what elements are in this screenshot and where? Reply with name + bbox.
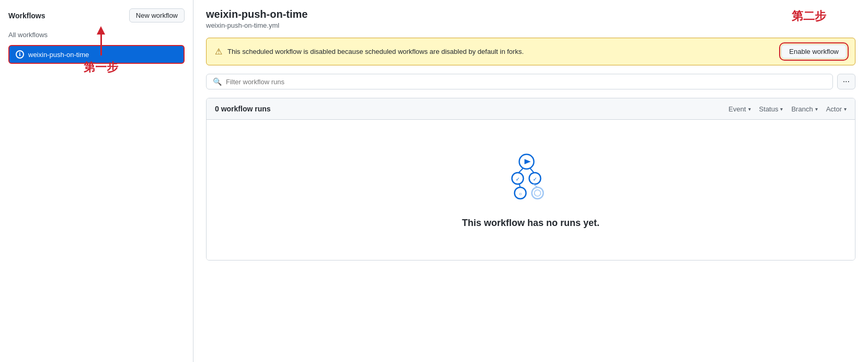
workflow-name: weixin-push-on-time bbox=[206, 8, 855, 20]
enable-workflow-button[interactable]: Enable workflow bbox=[781, 44, 847, 59]
empty-state: ✓ ✓ ○ This workflow ha bbox=[207, 120, 855, 260]
info-icon bbox=[16, 50, 24, 59]
actor-filter-button[interactable]: Actor ▾ bbox=[826, 105, 847, 113]
runs-header: 0 workflow runs Event ▾ Status ▾ Branch … bbox=[207, 98, 855, 120]
svg-point-8 bbox=[532, 187, 543, 199]
event-filter-label: Event bbox=[728, 105, 746, 113]
workflow-header: weixin-push-on-time weixin-push-on-time.… bbox=[206, 8, 855, 29]
workflow-file: weixin-push-on-time.yml bbox=[206, 21, 855, 29]
arrow-up-icon bbox=[97, 26, 105, 35]
step2-annotation: 第二步 bbox=[792, 8, 826, 24]
actor-filter-label: Actor bbox=[826, 105, 842, 113]
main-content: 第二步 weixin-push-on-time weixin-push-on-t… bbox=[193, 0, 868, 362]
workflow-svg-illustration: ✓ ✓ ○ bbox=[505, 151, 557, 203]
warning-icon: ⚠ bbox=[215, 47, 222, 56]
empty-state-text: This workflow has no runs yet. bbox=[462, 218, 599, 229]
search-input[interactable] bbox=[226, 78, 826, 86]
branch-chevron-icon: ▾ bbox=[815, 106, 818, 112]
svg-text:○: ○ bbox=[519, 191, 522, 197]
svg-line-11 bbox=[530, 168, 534, 173]
warning-banner: ⚠ This scheduled workflow is disabled be… bbox=[206, 38, 855, 65]
svg-line-10 bbox=[519, 168, 523, 173]
runs-filters: Event ▾ Status ▾ Branch ▾ Actor ▾ bbox=[728, 105, 847, 113]
runs-count: 0 workflow runs bbox=[215, 105, 271, 113]
search-bar: 🔍 ··· bbox=[206, 74, 855, 89]
warning-message: This scheduled workflow is disabled beca… bbox=[227, 48, 524, 55]
more-options-button[interactable]: ··· bbox=[837, 74, 855, 89]
branch-filter-button[interactable]: Branch ▾ bbox=[791, 105, 817, 113]
step1-annotation: 第一步 bbox=[84, 26, 118, 75]
branch-filter-label: Branch bbox=[791, 105, 813, 113]
status-filter-label: Status bbox=[759, 105, 779, 113]
event-filter-button[interactable]: Event ▾ bbox=[728, 105, 750, 113]
step1-label: 第一步 bbox=[84, 60, 118, 75]
event-chevron-icon: ▾ bbox=[748, 106, 751, 112]
svg-text:✓: ✓ bbox=[533, 176, 537, 182]
svg-marker-1 bbox=[524, 159, 531, 164]
arrow-stem bbox=[100, 35, 102, 55]
runs-table: 0 workflow runs Event ▾ Status ▾ Branch … bbox=[206, 98, 855, 261]
new-workflow-button[interactable]: New workflow bbox=[129, 8, 185, 22]
actor-chevron-icon: ▾ bbox=[844, 106, 847, 112]
sidebar-title: Workflows bbox=[8, 12, 45, 20]
sidebar-header: Workflows New workflow bbox=[8, 8, 185, 22]
search-icon: 🔍 bbox=[213, 77, 222, 86]
workflow-item-label: weixin-push-on-time bbox=[28, 51, 89, 59]
status-chevron-icon: ▾ bbox=[780, 106, 783, 112]
svg-text:✓: ✓ bbox=[516, 176, 520, 182]
warning-content: ⚠ This scheduled workflow is disabled be… bbox=[215, 47, 524, 56]
search-input-wrapper: 🔍 bbox=[206, 74, 833, 89]
svg-point-9 bbox=[534, 190, 541, 196]
status-filter-button[interactable]: Status ▾ bbox=[759, 105, 783, 113]
workflow-illustration: ✓ ✓ ○ bbox=[505, 151, 557, 205]
sidebar: Workflows New workflow All workflows wei… bbox=[0, 0, 193, 362]
